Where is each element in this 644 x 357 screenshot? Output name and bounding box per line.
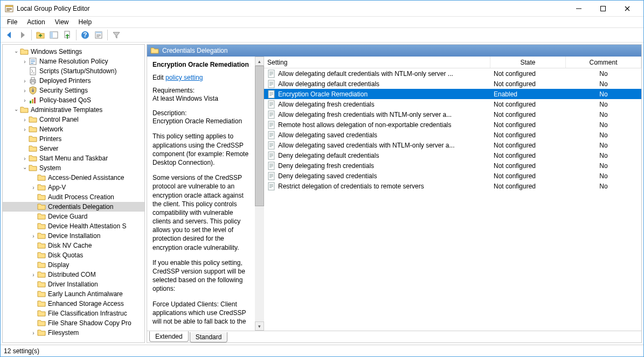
collapse-icon[interactable]: ⌄ [12,106,20,112]
tree-item[interactable]: ›Network [3,124,144,134]
setting-row[interactable]: Encryption Oracle RemediationEnabledNo [264,89,641,99]
menu-file[interactable]: File [3,17,22,27]
tree-item[interactable]: Disk Quotas [3,250,144,260]
tree-item[interactable]: Enhanced Storage Access [3,299,144,309]
maximize-button[interactable] [591,1,615,16]
tree-item[interactable]: ›Name Resolution Policy [3,57,144,66]
scroll-up-button[interactable]: ▴ [255,57,264,66]
menu-view[interactable]: View [51,17,73,27]
show-hide-tree-button[interactable] [47,29,60,41]
svg-rect-67 [269,143,273,144]
forward-button[interactable] [16,29,29,41]
tree-panel[interactable]: ⌄Windows Settings›Name Resolution Policy… [2,44,145,343]
setting-row[interactable]: Allow delegating default credentialsNot … [264,79,641,89]
expand-icon[interactable]: › [21,156,29,162]
minimize-button[interactable] [566,1,591,16]
expand-icon[interactable]: › [30,185,37,191]
svg-rect-58 [269,124,273,124]
expand-icon[interactable]: › [21,59,29,65]
tree-item-label: Driver Installation [48,281,98,288]
tree-item[interactable]: ›Deployed Printers [3,76,144,86]
setting-row[interactable]: Allow delegating saved credentials with … [264,140,641,150]
column-header-state[interactable]: State [490,57,566,68]
tree-item[interactable]: Display [3,260,144,270]
tree-item[interactable]: Disk NV Cache [3,241,144,250]
tree-item[interactable]: File Classification Infrastruc [3,309,144,318]
setting-row[interactable]: Allow delegating fresh credentials with … [264,109,641,120]
tree-item[interactable]: ›Policy-based QoS [3,95,144,105]
expand-icon[interactable]: › [30,233,37,239]
menu-action[interactable]: Action [23,17,49,27]
back-button[interactable] [3,29,16,41]
setting-row[interactable]: Deny delegating default credentialsNot c… [264,150,641,160]
tab-standard[interactable]: Standard [190,332,228,342]
tree-item-label: Name Resolution Policy [39,58,108,65]
tree-item[interactable]: Early Launch Antimalware [3,289,144,299]
svg-rect-5 [576,8,581,9]
tree-item[interactable]: ⌄Windows Settings [3,47,144,57]
expand-icon[interactable]: › [30,330,37,336]
tab-extended[interactable]: Extended [149,331,189,342]
tree-item-label: Windows Settings [31,48,82,55]
settings-list-pane: Setting State Comment Allow delegating d… [264,57,641,331]
menu-help[interactable]: Help [74,17,96,27]
tree-item[interactable]: Scripts (Startup/Shutdown) [3,66,144,76]
policy-setting-icon [267,182,276,191]
edit-policy-link[interactable]: policy setting [165,74,203,81]
expand-icon[interactable]: › [21,88,29,94]
close-button[interactable] [615,1,639,16]
expand-icon[interactable]: › [21,117,29,123]
up-folder-button[interactable] [34,29,47,41]
collapse-icon[interactable]: ⌄ [21,164,29,170]
tree-item[interactable]: Server [3,144,144,153]
scroll-track[interactable] [255,66,264,321]
export-button[interactable] [61,29,74,41]
setting-row[interactable]: Deny delegating fresh credentialsNot con… [264,160,641,171]
filter-button[interactable] [110,29,123,41]
setting-row[interactable]: Restrict delegation of credentials to re… [264,181,641,191]
scroll-down-button[interactable]: ▾ [255,321,264,331]
expand-icon[interactable]: › [30,272,37,278]
scroll-thumb[interactable] [255,66,264,206]
setting-row[interactable]: Allow delegating saved credentialsNot co… [264,130,641,140]
tree-item[interactable]: ›Security Settings [3,86,144,95]
tree-item[interactable]: Printers [3,134,144,144]
expand-icon[interactable]: › [21,127,29,132]
help-button[interactable]: ? [79,29,92,41]
tree-item[interactable]: ›Distributed COM [3,270,144,279]
setting-row[interactable]: Allow delegating default credentials wit… [264,68,641,79]
tree-item[interactable]: ›App-V [3,183,144,192]
column-header-setting[interactable]: Setting [264,57,490,68]
selected-setting-title: Encryption Oracle Remediation [153,61,250,68]
settings-list-body[interactable]: Allow delegating default credentials wit… [264,68,641,331]
svg-rect-1 [5,5,13,7]
state-cell: Enabled [490,90,566,98]
column-header-comment[interactable]: Comment [566,57,641,68]
description-paragraph: Some versions of the CredSSP protocol ar… [153,173,250,252]
tree-item[interactable]: ›Device Installation [3,231,144,241]
tree-item[interactable]: Audit Process Creation [3,192,144,202]
setting-row[interactable]: Remote host allows delegation of non-exp… [264,120,641,130]
tree-item[interactable]: Access-Denied Assistance [3,173,144,183]
tree-item[interactable]: Device Guard [3,212,144,221]
tree-item[interactable]: ›Control Panel [3,115,144,124]
tree-item[interactable]: ⌄Administrative Templates [3,105,144,115]
svg-rect-89 [269,186,273,187]
tree-item[interactable]: ⌄System [3,163,144,173]
tree-item[interactable]: File Share Shadow Copy Pro [3,318,144,328]
properties-button[interactable] [92,29,105,41]
expand-icon[interactable]: › [21,97,29,103]
description-scrollbar[interactable]: ▴ ▾ [255,57,264,331]
tree-item[interactable]: Device Health Attestation S [3,221,144,231]
tree-item[interactable]: ›Filesystem [3,328,144,338]
tree-item[interactable]: ›Start Menu and Taskbar [3,153,144,163]
tree-item[interactable]: Driver Installation [3,279,144,289]
svg-rect-62 [269,133,273,134]
setting-row[interactable]: Allow delegating fresh credentialsNot co… [264,99,641,109]
expand-icon[interactable]: › [21,78,29,84]
setting-cell: Allow delegating fresh credentials [264,100,490,109]
setting-cell: Encryption Oracle Remediation [264,90,490,99]
setting-row[interactable]: Deny delegating saved credentialsNot con… [264,171,641,181]
tree-item[interactable]: Credentials Delegation [3,202,144,212]
collapse-icon[interactable]: ⌄ [12,48,20,54]
